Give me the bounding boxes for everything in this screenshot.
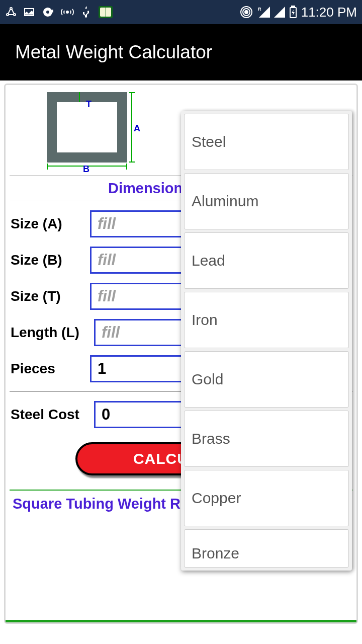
material-option-gold[interactable]: Gold xyxy=(184,351,349,408)
material-option-iron[interactable]: Iron xyxy=(184,292,349,348)
app-title: Metal Weight Calculator xyxy=(15,42,212,63)
book-icon xyxy=(99,6,113,18)
cost-label: Steel Cost xyxy=(11,407,91,423)
square-tube-diagram: A B T xyxy=(44,89,142,172)
svg-point-5 xyxy=(46,11,49,14)
share-icon xyxy=(5,6,17,18)
status-left xyxy=(5,5,113,19)
material-option-lead[interactable]: Lead xyxy=(184,232,349,289)
svg-rect-6 xyxy=(52,10,53,13)
status-right: R 11:20 PM xyxy=(240,5,357,20)
pieces-label: Pieces xyxy=(11,361,87,377)
svg-text:R: R xyxy=(258,7,261,12)
svg-point-8 xyxy=(245,11,248,14)
disc-icon xyxy=(41,6,54,19)
material-dropdown[interactable]: Steel Aluminum Lead Iron Gold Brass Copp… xyxy=(181,111,352,571)
app-bar: Metal Weight Calculator xyxy=(0,24,362,80)
diagram-label-a: A xyxy=(134,123,140,134)
svg-point-0 xyxy=(10,8,12,10)
battery-charging-icon xyxy=(289,6,297,19)
size-b-label: Size (B) xyxy=(11,252,87,268)
status-bar: R 11:20 PM xyxy=(0,0,362,24)
image-icon xyxy=(23,6,35,18)
size-a-label: Size (A) xyxy=(11,216,87,232)
material-option-brass[interactable]: Brass xyxy=(184,411,349,467)
material-option-copper[interactable]: Copper xyxy=(184,470,349,526)
svg-rect-13 xyxy=(292,6,295,8)
hotspot-icon xyxy=(240,6,253,19)
diagram-label-b: B xyxy=(83,164,89,175)
material-option-aluminum[interactable]: Aluminum xyxy=(184,173,349,229)
diagram-label-t: T xyxy=(86,99,92,110)
material-option-bronze[interactable]: Bronze xyxy=(184,529,349,568)
size-t-label: Size (T) xyxy=(11,288,87,304)
broadcast-icon xyxy=(60,6,74,18)
signal-icon xyxy=(274,7,285,18)
signal-r-icon: R xyxy=(257,7,270,18)
usb-icon xyxy=(80,5,93,19)
material-option-steel[interactable]: Steel xyxy=(184,114,349,170)
length-label: Length (L) xyxy=(11,325,91,341)
status-time: 11:20 PM xyxy=(301,5,357,20)
svg-point-7 xyxy=(66,11,68,13)
